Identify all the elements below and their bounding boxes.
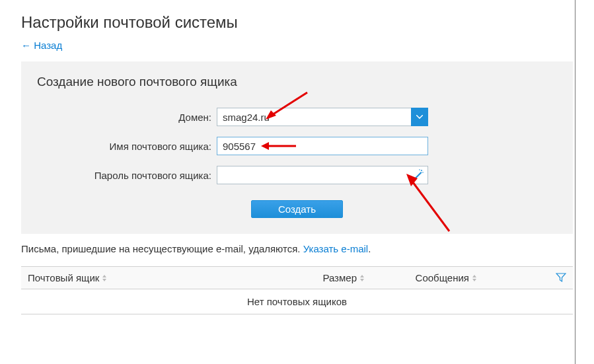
back-link[interactable]: ← Назад [21,40,62,51]
mailbox-table: Почтовый ящик Размер Сообщения [21,266,573,314]
sort-icon [359,275,365,281]
column-header-messages[interactable]: Сообщения [371,272,484,283]
sort-icon [102,275,107,281]
domain-label: Домен: [37,112,217,123]
table-header-row: Почтовый ящик Размер Сообщения [21,267,573,289]
info-suffix: . [368,243,371,254]
column-size-label: Размер [322,272,357,283]
funnel-icon [556,272,566,283]
mailbox-name-input[interactable] [217,137,428,155]
column-mailbox-label: Почтовый ящик [28,272,99,283]
separator-line [575,0,575,364]
domain-dropdown-button[interactable] [411,108,428,126]
sort-icon [472,275,477,281]
magic-wand-icon [412,168,424,180]
form-title: Создание нового почтового ящика [37,75,557,89]
filter-button[interactable] [556,272,566,285]
info-prefix: Письма, пришедшие на несуществующие e-ma… [21,243,303,254]
chevron-down-icon [416,115,423,119]
mailbox-name-label: Имя почтового ящика: [37,141,217,152]
info-text: Письма, пришедшие на несуществующие e-ma… [21,243,573,254]
page-title: Настройки почтовой системы [21,13,573,32]
svg-point-1 [422,172,424,173]
generate-password-button[interactable] [412,168,426,182]
column-messages-label: Сообщения [416,272,469,283]
table-empty-row: Нет почтовых ящиков [21,289,573,314]
create-mailbox-panel: Создание нового почтового ящика Домен: И… [21,61,573,234]
create-button[interactable]: Создать [251,200,343,218]
mailbox-password-label: Пароль почтового ящика: [37,170,217,181]
domain-select[interactable] [217,108,428,126]
svg-point-0 [421,170,422,171]
specify-email-link[interactable]: Указать e-mail [303,243,369,254]
mailbox-password-input[interactable] [217,166,428,184]
column-header-mailbox[interactable]: Почтовый ящик [21,272,285,283]
svg-point-2 [419,169,420,170]
column-header-size[interactable]: Размер [285,272,371,283]
